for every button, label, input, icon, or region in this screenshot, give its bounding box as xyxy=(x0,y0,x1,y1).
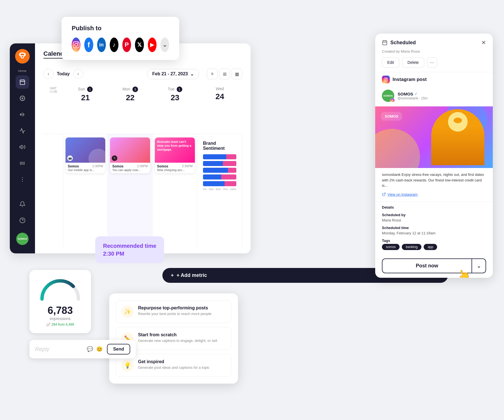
publish-panel: Publish to f in ♪ P 𝕏 ▶ ⌄ xyxy=(62,17,179,60)
sidebar-item-inbox[interactable] xyxy=(16,108,29,121)
youtube-icon[interactable]: ▶ xyxy=(148,38,157,52)
tags-row: somos banking app xyxy=(382,244,486,250)
send-btn[interactable]: Send xyxy=(107,344,130,354)
svg-point-31 xyxy=(385,79,387,80)
svg-rect-30 xyxy=(384,78,388,81)
col-mon: Mon 3 22 xyxy=(108,84,153,134)
sentiment-bars xyxy=(203,154,236,186)
svg-point-7 xyxy=(22,56,23,58)
view-on-instagram-link[interactable]: View on Instagram xyxy=(375,192,493,200)
col-wed: Wed 24 xyxy=(197,84,242,134)
cal-cell-tue: Avocado toast can't stop you from gettin… xyxy=(153,134,197,247)
inspire-desc: Generate post ideas and captions for a t… xyxy=(138,365,209,370)
sidebar-item-more[interactable] xyxy=(16,173,29,186)
sidebar-item-notifications[interactable] xyxy=(16,197,29,211)
sched-creator: Created by Maria Rossi xyxy=(375,49,493,57)
tag-banking: banking xyxy=(402,244,421,250)
sidebar-item-home[interactable]: Home xyxy=(18,69,26,73)
sentiment-bar-5 xyxy=(203,181,236,186)
next-btn[interactable]: › xyxy=(73,69,83,79)
cal-cell-sun: 📷 Somos 2:30PM Our mobile app is... xyxy=(63,134,108,247)
calendar-main: Calendar ‹ Today › Feb 21 - 27, 2023 ⌄ ≡… xyxy=(35,43,251,253)
sidebar-item-calendar[interactable] xyxy=(16,75,29,89)
delete-btn[interactable]: Delete xyxy=(402,57,424,67)
scheduled-panel: Scheduled ✕ Created by Maria Rossi Edit … xyxy=(375,34,493,278)
sched-caption: somosbank Enjoy stress-free vacays, nigh… xyxy=(375,168,493,192)
scratch-desc: Generate new captions to engage, delight… xyxy=(138,339,217,343)
svg-point-23 xyxy=(22,181,23,182)
scheduled-by-value: Maria Rossi xyxy=(382,218,486,222)
sidebar-item-analytics[interactable] xyxy=(16,124,29,137)
inspire-title: Get inspired xyxy=(138,359,209,364)
external-link-icon xyxy=(382,192,386,196)
emoji-icon[interactable]: 😊 xyxy=(96,346,102,352)
message-icon[interactable]: 💬 xyxy=(87,346,93,352)
x-icon[interactable]: 𝕏 xyxy=(135,38,144,52)
more-platforms-icon[interactable]: ⌄ xyxy=(160,38,169,52)
cal-cell-wed: Brand Sentiment xyxy=(197,134,242,247)
user-avatar[interactable]: SOMOS xyxy=(16,233,29,245)
view-toggles: ≡ ⊞ ▦ xyxy=(207,69,242,79)
reply-placeholder[interactable]: Reply xyxy=(35,346,49,353)
post-card-tue-1[interactable]: Avocado toast can't stop you from gettin… xyxy=(155,137,195,173)
impressions-label: impressions xyxy=(35,316,85,321)
post-card-mon-1[interactable]: 𝕏 Somos 2:30PM You can apply now... xyxy=(110,137,150,173)
social-icons-row: f in ♪ P 𝕏 ▶ ⌄ xyxy=(72,38,169,52)
more-actions-btn[interactable]: ··· xyxy=(427,57,437,67)
sentiment-bar-3 xyxy=(203,168,236,173)
svg-point-22 xyxy=(22,179,23,180)
svg-rect-26 xyxy=(383,41,387,45)
sidebar-item-streams[interactable] xyxy=(16,157,29,170)
details-section: Details Scheduled by Maria Rossi Schedul… xyxy=(375,202,493,254)
app-logo xyxy=(15,49,30,65)
post-person-figure xyxy=(431,109,487,168)
impressions-number: 6,783 xyxy=(35,305,85,316)
prev-btn[interactable]: ‹ xyxy=(43,69,53,79)
account-ig-badge xyxy=(390,98,395,102)
post-now-chevron[interactable]: ⌄ xyxy=(472,258,486,273)
facebook-icon[interactable]: f xyxy=(84,38,93,52)
gmt-body-cell xyxy=(43,134,63,247)
repurpose-title: Repurpose top-performing posts xyxy=(138,305,211,311)
tags-label: Tags xyxy=(382,239,486,243)
scheduled-time-value: Monday, February 12 at 11:18am xyxy=(382,231,486,235)
publish-title: Publish to xyxy=(72,25,169,32)
post-platform-ig: 📷 xyxy=(67,155,73,161)
svg-line-35 xyxy=(384,193,385,195)
pinterest-icon[interactable]: P xyxy=(122,38,131,52)
tiktok-icon[interactable]: ♪ xyxy=(110,38,118,52)
post-card-sun-1[interactable]: 📷 Somos 2:30PM Our mobile app is... xyxy=(66,137,105,173)
post-overlay-text: SOMOS xyxy=(381,112,402,121)
close-btn[interactable]: ✕ xyxy=(481,39,486,46)
gmt-label: GMT +1:00 xyxy=(43,84,63,134)
tag-somos: somos xyxy=(382,244,400,250)
sidebar-item-campaigns[interactable] xyxy=(16,140,29,154)
sidebar-item-compose[interactable] xyxy=(16,92,29,105)
inspire-icon: 💡 xyxy=(121,359,134,372)
linkedin-icon[interactable]: in xyxy=(97,38,106,52)
recommended-time-tooltip: Recommended time2:30 PM xyxy=(95,236,164,263)
scheduled-by-label: Scheduled by xyxy=(382,213,486,217)
cal-cell-mon: 𝕏 Somos 2:30PM You can apply now... xyxy=(108,134,153,247)
repurpose-desc: Rewrite your best posts to reach more pe… xyxy=(138,312,211,316)
sidebar-item-help[interactable] xyxy=(16,214,29,227)
scratch-title: Start from scratch xyxy=(138,332,217,337)
date-range-btn[interactable]: Feb 21 - 27, 2023 ⌄ xyxy=(147,69,199,79)
sentiment-bar-1 xyxy=(203,154,236,159)
reply-icons: 💬 😊 xyxy=(87,346,102,352)
sched-header: Scheduled ✕ xyxy=(375,34,493,49)
today-btn[interactable]: Today xyxy=(57,71,70,76)
sched-account: SOMOS SOMOS ✓ @somosbank · 15m xyxy=(375,87,493,106)
ai-tool-repurpose[interactable]: ✨ Repurpose top-performing posts Rewrite… xyxy=(116,300,231,323)
impressions-change: 📈 284 from 6,499 xyxy=(35,323,85,326)
svg-point-34 xyxy=(392,100,393,101)
edit-btn[interactable]: Edit xyxy=(382,57,399,67)
list-view-btn[interactable]: ≡ xyxy=(207,69,218,79)
sched-post-img: SOMOS xyxy=(375,106,493,168)
calendar-view-btn[interactable]: ▦ xyxy=(232,69,242,79)
grid-view-btn[interactable]: ⊞ xyxy=(219,69,230,79)
instagram-icon[interactable] xyxy=(72,38,80,52)
calendar-nav: ‹ Today › Feb 21 - 27, 2023 ⌄ ≡ ⊞ ▦ xyxy=(43,69,242,79)
details-heading: Details xyxy=(382,205,486,209)
gauge-chart xyxy=(38,277,83,302)
